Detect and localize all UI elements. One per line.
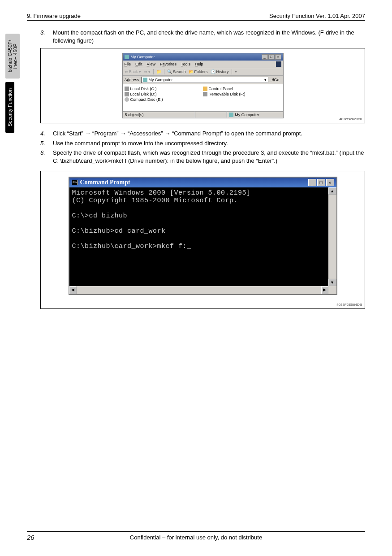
minimize-button[interactable]: _ <box>262 54 268 60</box>
horizontal-scrollbar[interactable]: ◀ ▶ <box>69 286 328 294</box>
step-text: Click “Start” → “Program” → “Accessories… <box>53 130 302 138</box>
side-tab-section: Security Function <box>5 82 14 133</box>
step-num: 5. <box>40 139 53 148</box>
minimize-button[interactable]: _ <box>308 179 316 186</box>
step-6: 6. Specify the drive of compact flash, w… <box>40 149 365 165</box>
confidential-notice: Confidential – for internal use only, do… <box>27 534 365 541</box>
drive-f[interactable]: Removable Disk (F:) <box>203 91 281 97</box>
file-list: Local Disk (C:) Local Disk (D:) Compact … <box>123 84 283 111</box>
window-title: My Computer <box>131 55 155 59</box>
control-panel[interactable]: Control Panel <box>203 86 281 91</box>
menu-view[interactable]: View <box>147 62 155 66</box>
figure-cmdprompt: C:\ Command Prompt _ □ × Microsoft Windo… <box>40 171 365 309</box>
toolbar: ⇐ Back ▾ ⇒ ▾ 📁 🔍Search 📂Folders 🕑History… <box>123 68 283 76</box>
mycomputer-icon <box>125 55 129 59</box>
header-right: Security Function Ver. 1.01 Apr. 2007 <box>269 13 365 19</box>
cd-icon <box>125 97 129 102</box>
scroll-right-icon[interactable]: ▶ <box>321 286 328 294</box>
mycomputer-window: My Computer _ □ × FFileile Edit View Fav… <box>122 53 284 118</box>
header-left: 9. Firmware upgrade <box>27 13 81 19</box>
step-num: 6. <box>40 149 53 165</box>
drive-e[interactable]: Compact Disc (E:) <box>125 97 203 102</box>
cmd-titlebar: C:\ Command Prompt _ □ × <box>69 178 336 187</box>
statusbar: 5 object(s) My Computer <box>123 111 283 118</box>
forward-button[interactable]: ⇒ ▾ <box>144 70 151 74</box>
maximize-button[interactable]: □ <box>268 54 275 60</box>
menu-favorites[interactable]: Favorites <box>160 62 177 66</box>
step-3: 3. Mount the compact flash on the PC, an… <box>40 29 365 44</box>
go-button[interactable]: ∂Go <box>270 78 281 82</box>
cmd-icon: C:\ <box>72 180 78 185</box>
step-text: Use the command prompt to move into the … <box>53 139 228 148</box>
menubar: FFileile Edit View Favorites Tools Help <box>123 61 283 68</box>
figure-id: 4036fs2623e0 <box>339 117 362 121</box>
step-num: 4. <box>40 130 53 138</box>
step-4: 4. Click “Start” → “Program” → “Accessor… <box>40 130 365 138</box>
windows-logo-icon <box>276 61 281 67</box>
menu-edit[interactable]: Edit <box>135 62 142 66</box>
scroll-left-icon[interactable]: ◀ <box>69 286 77 294</box>
titlebar: My Computer _ □ × <box>123 53 283 61</box>
folder-icon <box>203 87 207 91</box>
mycomputer-icon <box>143 78 147 82</box>
page-footer: 26 Confidential – for internal use only,… <box>27 531 365 541</box>
step-num: 3. <box>40 29 53 44</box>
close-button[interactable]: × <box>326 179 334 186</box>
page-number: 26 <box>27 534 34 541</box>
figure-id: 4038F2E564DB <box>336 303 362 307</box>
step-5: 5. Use the command prompt to move into t… <box>40 139 365 148</box>
step-text: Mount the compact flash on the PC, and c… <box>53 29 365 44</box>
page-header: 9. Firmware upgrade Security Function Ve… <box>27 13 365 21</box>
status-right: My Computer <box>227 112 283 118</box>
side-tabs: bizhub C450P/ ineo+ 450P Security Functi… <box>5 34 20 136</box>
close-button[interactable]: × <box>275 54 281 60</box>
scroll-up-icon[interactable]: ▲ <box>328 187 336 195</box>
disk-icon <box>125 92 129 96</box>
up-button[interactable]: 📁 <box>156 70 161 74</box>
maximize-button[interactable]: □ <box>317 179 325 186</box>
search-button[interactable]: 🔍Search <box>167 70 186 74</box>
address-bar: Address My Computer ▾ ∂Go <box>123 76 283 84</box>
back-button[interactable]: ⇐ Back ▾ <box>125 70 141 74</box>
address-input[interactable]: My Computer ▾ <box>141 77 268 83</box>
drive-d[interactable]: Local Disk (D:) <box>125 91 203 97</box>
history-button[interactable]: 🕑History <box>211 70 229 74</box>
disk-icon <box>125 87 129 91</box>
removable-icon <box>203 92 207 96</box>
figure-mycomputer: My Computer _ □ × FFileile Edit View Fav… <box>40 48 365 123</box>
status-left: 5 object(s) <box>123 112 195 118</box>
menu-tools[interactable]: Tools <box>181 62 190 66</box>
drive-c[interactable]: Local Disk (C:) <box>125 86 203 91</box>
cmd-window: C:\ Command Prompt _ □ × Microsoft Windo… <box>69 177 337 295</box>
cmd-output[interactable]: Microsoft Windows 2000 [Version 5.00.219… <box>69 187 328 286</box>
address-label: Address <box>125 78 139 82</box>
cmd-title-text: Command Prompt <box>80 179 130 186</box>
toolbar-more[interactable]: » <box>235 70 237 74</box>
scroll-down-icon[interactable]: ▼ <box>328 279 336 286</box>
menu-file[interactable]: FFileile <box>125 62 131 66</box>
menu-help[interactable]: Help <box>195 62 203 66</box>
side-tab-model: bizhub C450P/ ineo+ 450P <box>5 34 20 78</box>
resize-grip[interactable] <box>328 286 336 294</box>
folders-button[interactable]: 📂Folders <box>189 70 208 74</box>
chevron-down-icon[interactable]: ▾ <box>264 78 267 82</box>
step-text: Specify the drive of compact flash, whic… <box>53 149 365 165</box>
vertical-scrollbar[interactable]: ▲ ▼ <box>328 187 336 286</box>
